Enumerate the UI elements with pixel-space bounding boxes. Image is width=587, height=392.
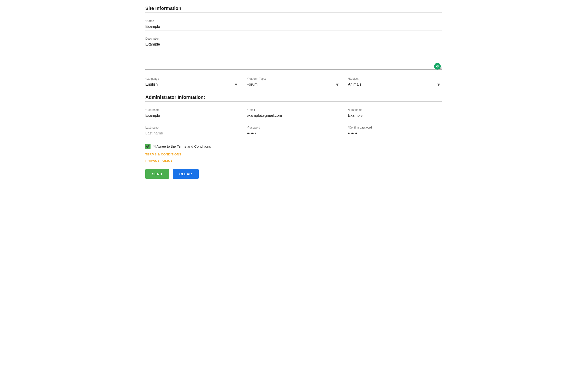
site-info-divider: [145, 12, 442, 13]
platform-type-select[interactable]: Forum Blog Wiki Shop: [246, 81, 340, 88]
confirm-password-group: *Confirm password: [348, 126, 442, 137]
description-label: Description: [145, 37, 442, 40]
site-info-section: Site Information:: [145, 6, 442, 13]
email-group: *Email: [246, 108, 340, 119]
password-input[interactable]: [246, 130, 340, 137]
confirm-password-input[interactable]: [348, 130, 442, 137]
dropdowns-row: *Language English Spanish French German …: [145, 77, 442, 88]
site-info-title: Site Information:: [145, 6, 442, 11]
lastname-input[interactable]: [145, 130, 239, 137]
agree-checkbox[interactable]: [145, 144, 150, 149]
admin-info-divider: [145, 102, 442, 102]
lastname-group: Last name: [145, 126, 239, 137]
name-group: *Name: [145, 19, 442, 30]
terms-conditions-link[interactable]: TERMS & CONDITIONS: [145, 152, 182, 156]
firstname-input[interactable]: [348, 112, 442, 119]
agree-checkbox-row: *I Agree to the Terms and Conditions: [145, 144, 442, 149]
email-input[interactable]: [246, 112, 340, 119]
platform-type-group: *Platform Type: Forum Blog Wiki Shop ▼: [246, 77, 340, 88]
username-label: *Username: [145, 108, 239, 112]
description-textarea[interactable]: Example: [145, 41, 442, 70]
send-button[interactable]: SEND: [145, 169, 169, 179]
subject-select-wrapper: Animals Technology Science Arts ▼: [348, 81, 442, 88]
privacy-policy-link[interactable]: PRIVACY POLICY: [145, 159, 173, 162]
language-select[interactable]: English Spanish French German: [145, 81, 239, 88]
admin-info-section: Administrator Information:: [145, 94, 442, 102]
agree-label[interactable]: *I Agree to the Terms and Conditions: [153, 144, 211, 148]
username-group: *Username: [145, 108, 239, 119]
page-wrapper: Site Information: *Name Description Exam…: [138, 0, 449, 188]
platform-type-select-wrapper: Forum Blog Wiki Shop ▼: [246, 81, 340, 88]
admin-row-1: *Username *Email *First name: [145, 108, 442, 119]
admin-info-title: Administrator Information:: [145, 94, 442, 100]
admin-row-2: Last name *Password *Confirm password: [145, 126, 442, 137]
confirm-password-label: *Confirm password: [348, 126, 442, 129]
subject-select[interactable]: Animals Technology Science Arts: [348, 81, 442, 88]
firstname-group: *First name: [348, 108, 442, 119]
name-label: *Name: [145, 19, 442, 23]
name-input[interactable]: [145, 24, 442, 30]
email-label: *Email: [246, 108, 340, 112]
password-group: *Password: [246, 126, 340, 137]
language-label: *Language: [145, 77, 239, 80]
username-input[interactable]: [145, 112, 239, 119]
subject-label: *Subject: [348, 77, 442, 80]
action-buttons-row: SEND CLEAR: [145, 169, 442, 179]
clear-button[interactable]: CLEAR: [173, 169, 199, 179]
language-group: *Language English Spanish French German …: [145, 77, 239, 88]
description-group: Description Example G: [145, 37, 442, 70]
firstname-label: *First name: [348, 108, 442, 112]
subject-group: *Subject Animals Technology Science Arts…: [348, 77, 442, 88]
platform-type-label: *Platform Type:: [246, 77, 340, 80]
terms-group: *I Agree to the Terms and Conditions TER…: [145, 144, 442, 162]
grammarly-badge: G: [434, 63, 441, 70]
lastname-label: Last name: [145, 126, 239, 129]
password-label: *Password: [246, 126, 340, 129]
language-select-wrapper: English Spanish French German ▼: [145, 81, 239, 88]
description-wrapper: Example G: [145, 41, 442, 70]
